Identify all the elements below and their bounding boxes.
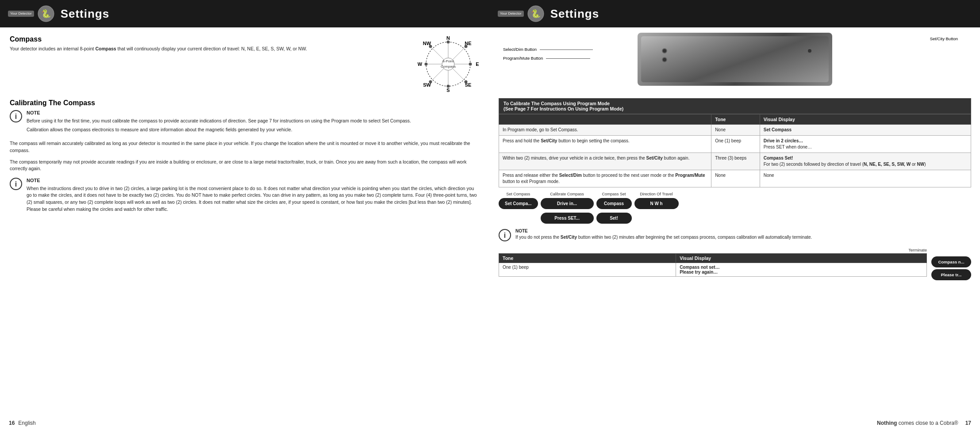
- right-header: Your Detector 🐍 Settings: [490, 0, 980, 27]
- note-right-content: NOTE If you do not press the Set/City bu…: [515, 228, 812, 240]
- display-btn-set-compa: Set Compa...: [499, 198, 538, 209]
- row1-label: In Program mode, go to Set Compass.: [499, 125, 711, 136]
- row4-display: None: [760, 170, 971, 187]
- display-group-set-compass: Set Compass Set Compa...: [499, 192, 538, 209]
- display-btn-drive-in: Drive in...: [541, 198, 594, 209]
- table-row: In Program mode, go to Set Compass. None…: [499, 125, 971, 136]
- svg-text:Compass: Compass: [441, 65, 456, 69]
- terminate-table-col: Terminate Tone Visual Display One (1) be…: [499, 248, 927, 277]
- display-btn-direction: N W h: [634, 198, 679, 209]
- note-icon-1: i: [10, 110, 22, 122]
- note-2-content: NOTE When the instructions direct you to…: [27, 177, 480, 215]
- row1-display: Set Compass: [760, 125, 971, 136]
- display-group-calibrate: Calibrate Compass Drive in... Press SET.…: [541, 192, 594, 224]
- note-1-para2: Calibration allows the compass electroni…: [27, 126, 411, 133]
- detector-image-section: Set/City Button Select/Dim Button Progra…: [499, 33, 971, 95]
- display-btn-compass: Compass: [596, 198, 632, 209]
- row3-label: Within two (2) minutes, drive your vehic…: [499, 153, 711, 170]
- svg-point-12: [424, 63, 427, 66]
- right-header-logo: 🐍: [527, 4, 545, 23]
- note-icon-2: i: [10, 178, 22, 190]
- compass-intro: Your detector includes an internal 8-poi…: [10, 46, 407, 53]
- display-btn-set: Set!: [596, 213, 632, 224]
- calibrating-title: Calibrating The Compass: [10, 99, 480, 107]
- note-box-right: i NOTE If you do not press the Set/City …: [499, 228, 971, 244]
- svg-text:E: E: [476, 61, 479, 67]
- row4-tone: None: [711, 170, 760, 187]
- svg-text:i: i: [504, 232, 506, 239]
- svg-text:i: i: [15, 180, 17, 188]
- left-content: Compass Your detector includes an intern…: [0, 27, 490, 415]
- compass-rose-svg: 8-Point Compass N NE E SE S: [417, 35, 479, 93]
- calibration-table: Tone Visual Display In Program mode, go …: [499, 114, 971, 187]
- compass-title: Compass: [10, 35, 407, 43]
- terminate-display-cell: Compass not set… Please try again…: [676, 263, 927, 277]
- row3-tone: Three (3) beeps: [711, 153, 760, 170]
- svg-text:🐍: 🐍: [41, 9, 51, 19]
- row2-display: Drive in 2 circles… Press SET when done…: [760, 136, 971, 153]
- col-header-tone: Tone: [711, 114, 760, 125]
- terminate-col-tone: Tone: [499, 254, 676, 263]
- compass-diagram: 8-Point Compass N NE E SE S: [416, 35, 480, 93]
- row2-tone: One (1) beep: [711, 136, 760, 153]
- note-1-title: NOTE: [27, 109, 411, 117]
- terminate-label-text: Terminate: [499, 248, 927, 252]
- table-row: Within two (2) minutes, drive your vehic…: [499, 153, 971, 170]
- display-group-compass-set: Compass Set Compass Set!: [596, 192, 632, 224]
- svg-point-6: [446, 41, 450, 44]
- terminate-section: Terminate Tone Visual Display One (1) be…: [499, 248, 971, 280]
- note-box-2: i NOTE When the instructions direct you …: [10, 177, 480, 215]
- left-header-title: Settings: [61, 7, 110, 21]
- row1-tone: None: [711, 125, 760, 136]
- btn-group-label-3: Compass Set: [602, 192, 626, 196]
- terminate-row-wrapper: Terminate Tone Visual Display One (1) be…: [499, 248, 971, 280]
- display-btn-press-set: Press SET...: [541, 213, 594, 224]
- compass-section: Compass Your detector includes an intern…: [10, 35, 480, 93]
- right-footer: Nothing comes close to a Cobra® 17: [490, 415, 980, 431]
- svg-line-29: [432, 48, 444, 60]
- calib-table-header: To Calibrate The Compass Using Program M…: [499, 98, 971, 114]
- left-footer: 16 English: [0, 415, 490, 431]
- display-group-direction: Direction Of Travel N W h: [634, 192, 679, 209]
- col-header-display: Visual Display: [760, 114, 971, 125]
- note-1-content: NOTE Before using it for the first time,…: [27, 109, 411, 136]
- compass-text: Compass Your detector includes an intern…: [10, 35, 407, 93]
- right-header-badge: Your Detector: [498, 11, 524, 17]
- terminate-btn-compass-n: Compass n...: [931, 256, 971, 267]
- svg-text:S: S: [446, 88, 450, 93]
- terminate-table: Tone Visual Display One (1) beep Compass…: [499, 253, 927, 277]
- note-box-1: i NOTE Before using it for the first tim…: [10, 109, 480, 136]
- calibrating-section: Calibrating The Compass i NOTE Before us…: [10, 99, 480, 215]
- row3-display: Compass Set! For two (2) seconds followe…: [760, 153, 971, 170]
- callout-set-city: Set/City Button: [930, 36, 958, 41]
- svg-point-8: [469, 63, 472, 66]
- right-page-number: 17: [965, 420, 971, 426]
- svg-text:W: W: [417, 61, 422, 67]
- terminate-btns-col: Compass n... Please tr...: [931, 256, 971, 280]
- table-row: Press and hold the Set/City button to be…: [499, 136, 971, 153]
- svg-line-25: [453, 69, 464, 80]
- note-right-title: NOTE: [515, 229, 528, 233]
- note-2-body: When the instructions direct you to driv…: [27, 185, 480, 213]
- left-header-logo: 🐍: [37, 4, 55, 23]
- svg-text:NW: NW: [423, 41, 431, 46]
- svg-text:SW: SW: [423, 82, 431, 88]
- table-row: One (1) beep Compass not set… Please try…: [499, 263, 927, 277]
- svg-text:8-Point: 8-Point: [442, 59, 454, 63]
- svg-text:N: N: [446, 35, 450, 41]
- display-buttons-row: Set Compass Set Compa... Calibrate Compa…: [499, 192, 971, 224]
- page-left: Your Detector 🐍 Settings Compass Your de…: [0, 0, 490, 431]
- terminate-btn-please-tr: Please tr...: [931, 269, 971, 280]
- svg-line-27: [432, 69, 444, 80]
- calibration-table-section: To Calibrate The Compass Using Program M…: [499, 98, 971, 187]
- col-header-description: [499, 114, 711, 125]
- left-page-number: 16: [9, 420, 15, 426]
- btn-group-label-1: Set Compass: [506, 192, 530, 196]
- svg-line-23: [453, 48, 464, 60]
- table-row: Press and release either the Select/Dim …: [499, 170, 971, 187]
- svg-text:NE: NE: [465, 41, 471, 46]
- footer-nothing: Nothing comes close to a Cobra®: [877, 420, 958, 426]
- detector-image: [638, 33, 832, 86]
- note-2-title: NOTE: [27, 177, 480, 184]
- left-header-badge: Your Detector: [8, 11, 34, 17]
